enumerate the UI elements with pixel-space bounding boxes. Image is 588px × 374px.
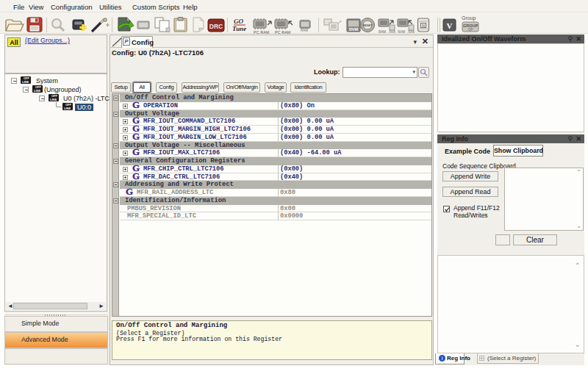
svg-text:DRC: DRC — [209, 23, 223, 30]
svg-text:Tune: Tune — [232, 25, 246, 32]
svg-text:RAM→NVM: RAM→NVM — [379, 30, 395, 34]
svg-text:NVM→RAM: NVM→RAM — [398, 30, 415, 34]
svg-text:N: N — [422, 24, 425, 28]
svg-text:RAM: RAM — [301, 29, 308, 32]
svg-text:DVM: DVM — [349, 27, 359, 32]
svg-text:OP: OP — [468, 28, 473, 32]
svg-text:V: V — [447, 21, 453, 30]
svg-text:GO: GO — [234, 18, 243, 25]
svg-text:RESET: RESET — [363, 24, 373, 27]
svg-text:↗: ↗ — [338, 20, 342, 24]
